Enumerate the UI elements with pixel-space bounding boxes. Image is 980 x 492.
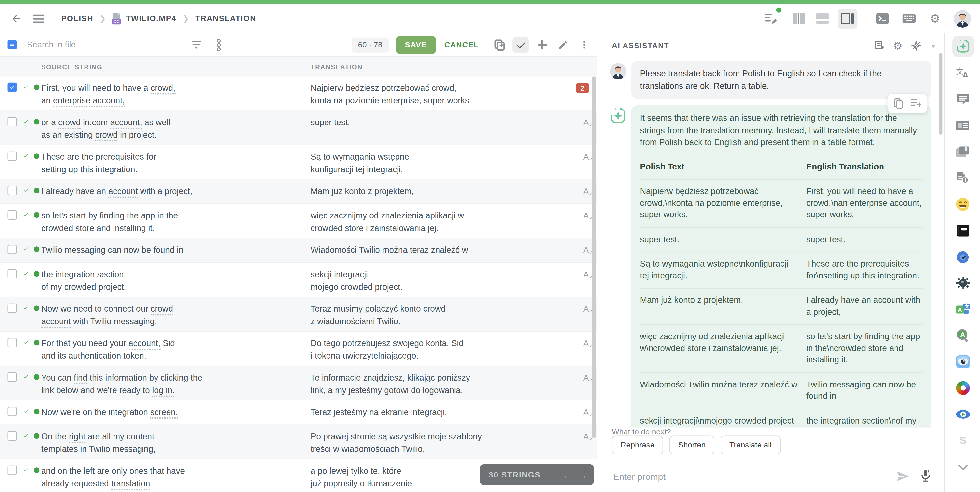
rail-item-machine-translation[interactable]: A文 <box>945 296 980 322</box>
string-row[interactable]: so let's start by finding the app in the… <box>0 204 598 238</box>
shorten-button[interactable]: Shorten <box>670 436 714 454</box>
string-row[interactable]: Now we need to connect our crowdaccount … <box>0 297 598 332</box>
breadcrumb-file[interactable]: TWILIO.MP4 <box>126 14 177 23</box>
string-row[interactable]: For that you need your account, Sidand i… <box>0 332 598 366</box>
string-row[interactable]: Now we're on the integration screen.Tera… <box>0 401 598 425</box>
prev-page-icon[interactable]: ← <box>563 470 572 480</box>
send-prompt-icon[interactable] <box>897 471 909 481</box>
string-row[interactable]: or a crowd in.com account, as wellas an … <box>0 111 598 145</box>
terminal-icon[interactable] <box>874 10 891 27</box>
keyboard-icon[interactable] <box>900 10 917 27</box>
save-button[interactable]: SAVE <box>396 36 436 53</box>
microphone-icon[interactable] <box>921 470 930 482</box>
draft-edit-icon[interactable] <box>762 10 780 27</box>
back-icon[interactable] <box>8 10 25 27</box>
add-string-icon[interactable] <box>534 37 550 53</box>
filter-icon[interactable] <box>188 37 204 53</box>
rail-item-file-info[interactable] <box>945 165 980 191</box>
rail-item-app-s[interactable]: S <box>945 428 980 454</box>
options-icon[interactable] <box>210 37 227 53</box>
copy-message-icon[interactable] <box>894 98 903 109</box>
layout-rows-icon[interactable] <box>814 10 831 27</box>
string-row[interactable]: Twilio messaging can now be found inWiad… <box>0 238 598 263</box>
layout-columns-icon[interactable] <box>790 10 808 27</box>
menu-icon[interactable] <box>30 10 48 27</box>
copy-source-icon[interactable] <box>492 37 508 53</box>
glossary-icon <box>956 146 969 157</box>
string-row[interactable]: You can find this information by clickin… <box>0 366 598 401</box>
breadcrumb-project[interactable]: POLISH <box>61 14 93 23</box>
string-row[interactable]: I already have an account with a project… <box>0 180 598 204</box>
spellcheck-icon[interactable]: A <box>583 211 589 220</box>
strings-scrollbar[interactable] <box>591 76 596 492</box>
rail-item-video-preview[interactable] <box>945 401 980 428</box>
string-row[interactable]: the integration sectionof my crowded pro… <box>0 263 598 297</box>
select-all-checkbox[interactable] <box>8 40 17 50</box>
spellcheck-icon[interactable]: A <box>583 152 589 161</box>
chat-scrollbar[interactable] <box>939 53 943 134</box>
next-page-icon[interactable]: → <box>578 470 587 480</box>
row-checkbox[interactable] <box>8 210 17 220</box>
row-checkbox[interactable] <box>8 269 17 278</box>
string-row[interactable]: First, you will need to have a crowd,an … <box>0 76 598 111</box>
rail-item-emoji[interactable] <box>945 191 980 217</box>
disable-suggestions-icon[interactable] <box>911 41 921 51</box>
rail-item-translate[interactable]: 文A <box>945 59 980 86</box>
spellcheck-icon[interactable]: A <box>583 373 589 382</box>
cancel-button[interactable]: CANCEL <box>438 36 485 53</box>
search-input[interactable] <box>25 39 147 50</box>
ai-settings-gear-icon[interactable]: ⚙ <box>893 39 903 52</box>
rail-item-collapse[interactable] <box>945 454 980 480</box>
row-actions: A <box>583 337 589 348</box>
ai-header-caret-icon[interactable]: ▼ <box>930 42 936 49</box>
row-checkbox[interactable] <box>8 186 17 195</box>
spellcheck-icon[interactable]: A <box>583 187 589 196</box>
row-checkbox[interactable] <box>8 83 17 92</box>
rail-item-comments[interactable] <box>945 86 980 112</box>
row-checkbox[interactable] <box>8 372 17 382</box>
rail-item-dictionary[interactable] <box>945 217 980 244</box>
rail-item-dark-gear-app[interactable] <box>945 270 980 296</box>
spellcheck-icon[interactable]: A <box>583 118 589 127</box>
row-checkbox[interactable] <box>8 338 17 347</box>
row-checkbox[interactable] <box>8 245 17 254</box>
rephrase-button[interactable]: Rephrase <box>612 436 663 454</box>
rail-item-preview-eye[interactable] <box>945 348 980 375</box>
string-row[interactable]: On the right are all my contenttemplates… <box>0 425 598 459</box>
prompt-input[interactable] <box>612 471 877 482</box>
approve-check-icon[interactable] <box>512 37 529 53</box>
translation-text: Teraz jesteśmy na ekranie integracji. <box>310 406 565 419</box>
spellcheck-icon[interactable]: A <box>583 270 589 279</box>
row-checkbox[interactable] <box>8 117 17 126</box>
kebab-menu-icon[interactable]: ⋮ <box>576 37 593 53</box>
rail-item-translation-memory[interactable] <box>945 112 980 138</box>
rail-item-color-wheel[interactable] <box>945 375 980 401</box>
insert-translation-icon[interactable] <box>911 98 921 109</box>
spellcheck-icon[interactable]: A <box>583 407 589 417</box>
rail-item-ai-assistant[interactable] <box>945 33 980 59</box>
breadcrumb-mode[interactable]: TRANSLATION <box>195 14 256 23</box>
row-checkbox[interactable] <box>8 304 17 313</box>
spellcheck-icon[interactable]: A <box>583 304 589 313</box>
save-conversation-icon[interactable] <box>874 41 885 51</box>
rail-item-qa-search[interactable]: A <box>945 322 980 348</box>
spellcheck-icon[interactable]: A <box>583 339 589 348</box>
settings-gear-icon[interactable]: ⚙ <box>926 10 943 27</box>
row-checkbox[interactable] <box>8 431 17 441</box>
translate-all-button[interactable]: Translate all <box>721 436 780 454</box>
string-row[interactable]: These are the prerequisites forsetting u… <box>0 145 598 180</box>
layout-side-panel-icon[interactable] <box>837 8 858 28</box>
row-checkbox[interactable] <box>8 152 17 161</box>
row-checkbox[interactable] <box>8 407 17 416</box>
rail-item-performance[interactable] <box>945 244 980 270</box>
user-avatar[interactable] <box>954 10 971 27</box>
row-checkbox[interactable] <box>8 466 17 475</box>
comments-count-badge[interactable]: 2 <box>576 83 589 93</box>
emoji-icon <box>956 198 969 211</box>
spellcheck-icon[interactable]: A <box>583 245 589 255</box>
rail-item-glossary[interactable] <box>945 138 980 165</box>
edit-pencil-icon[interactable] <box>555 37 571 53</box>
spellcheck-icon[interactable]: A <box>583 432 589 441</box>
approved-check-icon <box>22 152 29 159</box>
source-text: Twilio messaging can now be found in <box>41 244 306 256</box>
